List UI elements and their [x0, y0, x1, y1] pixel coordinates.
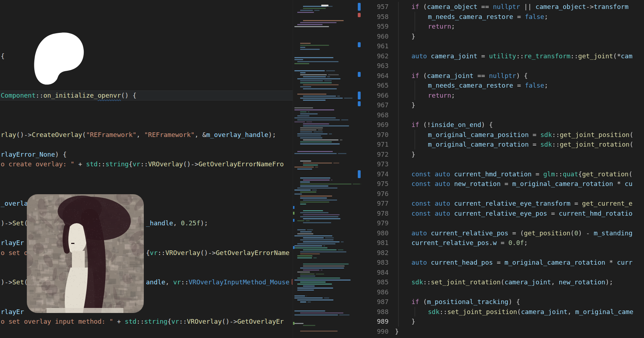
code-token: CreateOverlay	[32, 131, 82, 138]
code-token: utility	[489, 52, 516, 60]
line-number[interactable]: 978	[361, 209, 389, 219]
line-number[interactable]: 986	[361, 287, 389, 297]
line-number[interactable]: 977	[361, 199, 389, 209]
code-line[interactable]: m_original_camera_rotation = sdk::get_jo…	[392, 139, 644, 150]
code-line[interactable]: o set overlay input method: " + std::str…	[0, 317, 293, 327]
line-number[interactable]: 969	[361, 120, 389, 130]
line-number[interactable]: 967	[361, 100, 389, 110]
line-number[interactable]: 974	[361, 169, 389, 179]
code-token: {	[1, 52, 5, 60]
code-token	[450, 200, 454, 207]
line-number[interactable]: 985	[361, 277, 389, 287]
code-line[interactable]: if (!inside_on_end) {	[392, 120, 644, 130]
code-token: const auto	[411, 180, 450, 187]
code-line[interactable]: if (m_positional_tracking) {	[392, 297, 644, 307]
code-line[interactable]: o create overlay: " + std::string{vr::VR…	[0, 159, 293, 169]
code-chunk: m_needs_camera_restore = false;	[428, 80, 548, 90]
code-line[interactable]: }	[392, 150, 644, 160]
code-line[interactable]: }	[392, 317, 644, 327]
line-number[interactable]: 982	[361, 248, 389, 258]
code-token: ::	[136, 318, 144, 325]
line-number[interactable]: 962	[361, 51, 389, 61]
line-number[interactable]: 976	[361, 189, 389, 199]
code-token: =	[513, 13, 525, 20]
code-token: ) {	[508, 298, 520, 305]
code-token: =	[477, 52, 489, 60]
code-token: (	[501, 278, 504, 286]
line-number[interactable]: 979	[361, 218, 389, 228]
line-number-gutter[interactable]: 9579589599609619629639649659669679689699…	[361, 0, 389, 338]
code-line[interactable]: return;	[392, 21, 644, 31]
code-line[interactable]: if (camera_joint == nullptr) {	[392, 71, 644, 81]
code-token: m_original_came	[575, 308, 634, 315]
line-number[interactable]: 970	[361, 130, 389, 140]
line-number[interactable]: 973	[361, 159, 389, 169]
minimap[interactable]	[293, 0, 361, 338]
code-chunk: m_original_camera_position = sdk::get_jo…	[428, 130, 633, 140]
line-number[interactable]: 963	[361, 61, 389, 71]
code-line[interactable]: sdk::set_joint_position(camera_joint, m_…	[392, 307, 644, 317]
line-number[interactable]: 961	[361, 41, 389, 51]
line-number[interactable]: 968	[361, 110, 389, 120]
code-line[interactable]: const auto current_relative_eye_pos = cu…	[392, 209, 644, 219]
line-number[interactable]: 972	[361, 150, 389, 160]
code-token: ) {	[481, 121, 493, 128]
code-token: ::	[552, 131, 560, 138]
code-token: Set	[13, 278, 24, 286]
line-number[interactable]: 971	[361, 139, 389, 150]
line-number[interactable]: 965	[361, 80, 389, 90]
line-number[interactable]: 966	[361, 90, 389, 101]
code-token: m_standing	[594, 229, 632, 237]
line-number[interactable]: 960	[361, 31, 389, 41]
line-number[interactable]: 981	[361, 238, 389, 248]
line-number[interactable]: 983	[361, 258, 389, 268]
code-chunk: auto camera_joint = utility::re_transfor…	[411, 51, 633, 61]
indent-guide	[415, 12, 415, 31]
code-line[interactable]: current_relative_pos.w = 0.0f;	[392, 238, 644, 248]
code-line[interactable]: const auto current_hmd_rotation = glm::q…	[392, 169, 644, 179]
code-line[interactable]: sdk::set_joint_rotation(camera_joint, ne…	[392, 277, 644, 287]
code-line[interactable]: rlay()->CreateOverlay("REFramework", "RE…	[0, 130, 293, 140]
line-number[interactable]: 984	[361, 268, 389, 278]
code-line[interactable]: const auto new_rotation = m_original_cam…	[392, 179, 644, 189]
code-line[interactable]: if (camera_object == nullptr || camera_o…	[392, 2, 644, 12]
code-line[interactable]: }	[392, 327, 644, 337]
code-token: =	[532, 170, 543, 178]
line-number[interactable]: 980	[361, 228, 389, 238]
code-chunk: o set o	[1, 248, 28, 258]
code-line[interactable]: const auto current_relative_eye_transfor…	[392, 199, 644, 209]
line-number[interactable]: 989	[361, 317, 389, 327]
code-line[interactable]: return;	[392, 90, 644, 101]
code-line[interactable]: }	[392, 100, 644, 110]
code-token: Component	[1, 92, 36, 99]
line-number[interactable]: 988	[361, 307, 389, 317]
line-number[interactable]: 987	[361, 297, 389, 307]
code-line[interactable]: m_original_camera_position = sdk::get_jo…	[392, 130, 644, 140]
code-line[interactable]: rlayError_None) {	[0, 150, 293, 160]
line-number[interactable]: 957	[361, 2, 389, 12]
code-line[interactable]: auto camera_joint = utility::re_transfor…	[392, 51, 644, 61]
line-number[interactable]: 975	[361, 179, 389, 189]
code-token: =	[513, 82, 525, 89]
code-token: w	[493, 239, 497, 246]
line-number[interactable]: 958	[361, 12, 389, 22]
line-number[interactable]: 990	[361, 327, 389, 337]
code-token: ,	[551, 278, 559, 286]
code-line[interactable]: m_needs_camera_restore = false;	[392, 12, 644, 22]
code-token: get_joint	[578, 52, 613, 60]
code-token: ::	[158, 249, 166, 256]
line-number[interactable]: 964	[361, 71, 389, 81]
code-token: m_overlay_handle	[206, 131, 268, 138]
code-chunk: }	[411, 317, 415, 327]
code-line[interactable]: m_needs_camera_restore = false;	[392, 80, 644, 90]
right-editor-pane[interactable]: if (camera_object == nullptr || camera_o…	[392, 0, 644, 338]
code-token: rlayError_None	[1, 151, 55, 158]
code-line[interactable]: auto current_head_pos = m_original_camer…	[392, 258, 644, 268]
code-line[interactable]: auto current_relative_pos = (get_positio…	[392, 228, 644, 238]
line-number[interactable]: 959	[361, 21, 389, 31]
code-line[interactable]: Component::on_initialize_openvr() {	[0, 90, 293, 101]
code-line[interactable]: }	[392, 31, 644, 41]
code-token: m_needs_camera_restore	[428, 82, 513, 89]
code-token: m_original_camera_position	[428, 131, 529, 138]
code-chunk: {	[1, 51, 5, 61]
